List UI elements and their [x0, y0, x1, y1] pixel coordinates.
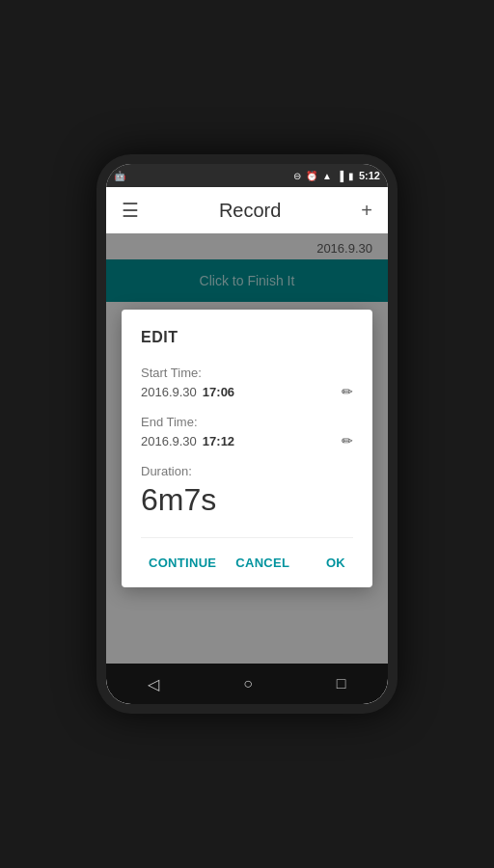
main-content: 2016.9.30 EDIT Start Time: 2016.9.30 17:…: [106, 233, 388, 664]
end-time-label: End Time:: [141, 415, 353, 429]
end-time-edit-icon[interactable]: ✏: [342, 433, 353, 448]
start-time-edit-icon[interactable]: ✏: [342, 384, 353, 399]
wifi-icon: ▲: [322, 171, 332, 181]
start-time-values: 2016.9.30 17:06: [141, 385, 234, 399]
end-time-values: 2016.9.30 17:12: [141, 434, 234, 448]
dialog-actions: CONTINUE CANCEL OK: [141, 550, 353, 576]
duration-label: Duration:: [141, 464, 353, 478]
home-nav-icon[interactable]: ○: [243, 675, 253, 692]
dialog-overlay: EDIT Start Time: 2016.9.30 17:06 ✏ End T…: [106, 233, 388, 664]
battery-icon: ▮: [348, 171, 354, 181]
status-bar: 🤖 ⊖ ⏰ ▲ ▐ ▮ 5:12: [106, 164, 388, 187]
start-time-label: Start Time:: [141, 366, 353, 380]
end-time: 17:12: [203, 434, 234, 448]
menu-icon[interactable]: ☰: [122, 199, 139, 222]
cancel-button[interactable]: CANCEL: [228, 550, 297, 576]
ok-button[interactable]: OK: [318, 550, 353, 576]
android-icon: 🤖: [114, 171, 125, 181]
alarm-icon: ⏰: [306, 171, 317, 181]
status-right-icons: ⊖ ⏰ ▲ ▐ ▮ 5:12: [293, 170, 380, 181]
do-not-disturb-icon: ⊖: [293, 171, 301, 181]
start-time-row: 2016.9.30 17:06 ✏: [141, 384, 353, 399]
page-title: Record: [219, 200, 281, 222]
phone-device: 🤖 ⊖ ⏰ ▲ ▐ ▮ 5:12 ☰ Record + 2016.9.30 E: [96, 154, 398, 714]
app-bar: ☰ Record +: [106, 187, 388, 233]
edit-dialog: EDIT Start Time: 2016.9.30 17:06 ✏ End T…: [122, 310, 372, 587]
status-left-icons: 🤖: [114, 171, 127, 181]
nav-bar: ◁ ○ □: [106, 664, 388, 704]
start-time: 17:06: [203, 385, 234, 399]
dialog-title: EDIT: [141, 329, 353, 346]
end-date: 2016.9.30: [141, 434, 197, 448]
dialog-divider: [141, 537, 353, 538]
add-icon[interactable]: +: [361, 200, 372, 222]
back-nav-icon[interactable]: ◁: [148, 675, 159, 693]
signal-icon: ▐: [337, 171, 343, 181]
recents-nav-icon[interactable]: □: [337, 675, 346, 692]
start-date: 2016.9.30: [141, 385, 197, 399]
status-time: 5:12: [359, 170, 380, 181]
duration-value: 6m7s: [141, 482, 353, 518]
continue-button[interactable]: CONTINUE: [141, 550, 224, 576]
phone-screen: 🤖 ⊖ ⏰ ▲ ▐ ▮ 5:12 ☰ Record + 2016.9.30 E: [106, 164, 388, 704]
end-time-row: 2016.9.30 17:12 ✏: [141, 433, 353, 448]
